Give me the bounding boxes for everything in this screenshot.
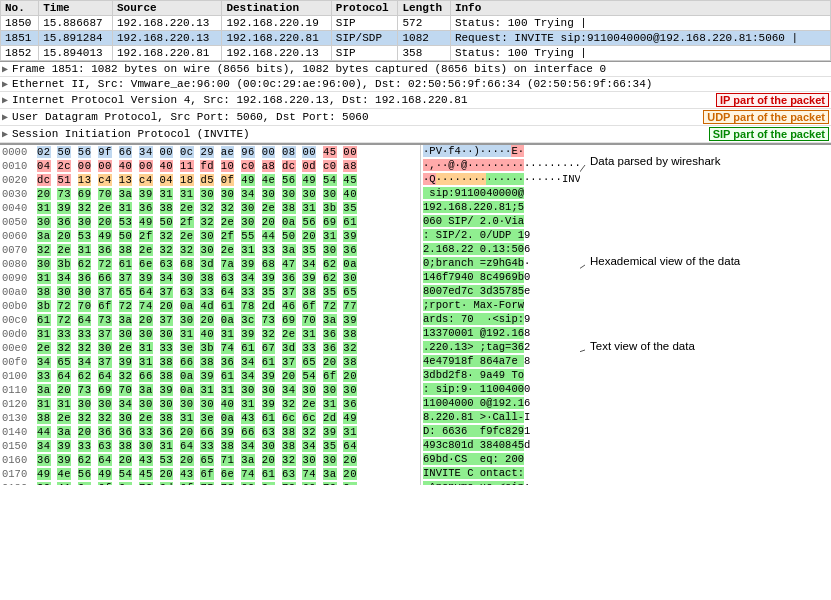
- hex-byte[interactable]: 40: [119, 160, 133, 172]
- hex-byte[interactable]: 37: [160, 286, 174, 298]
- hex-byte[interactable]: 64: [343, 440, 357, 452]
- hex-byte[interactable]: 71: [221, 454, 235, 466]
- hex-row[interactable]: 003020 73 69 70 3a 39 31 31 30 30 34 30 …: [0, 187, 420, 201]
- hex-byte[interactable]: 0a: [221, 314, 235, 326]
- hex-byte[interactable]: 08: [282, 146, 296, 158]
- hex-byte[interactable]: 30: [241, 202, 255, 214]
- hex-byte[interactable]: 69: [323, 216, 337, 228]
- hex-byte[interactable]: 34: [241, 272, 255, 284]
- hex-byte[interactable]: 2e: [221, 244, 235, 256]
- hex-byte[interactable]: a8: [343, 160, 357, 172]
- hex-byte[interactable]: 72: [57, 314, 71, 326]
- hex-byte[interactable]: 39: [200, 370, 214, 382]
- hex-byte[interactable]: 3a: [282, 244, 296, 256]
- hex-byte[interactable]: 20: [282, 370, 296, 382]
- hex-byte[interactable]: 39: [57, 454, 71, 466]
- hex-byte[interactable]: 30: [57, 286, 71, 298]
- hex-byte[interactable]: 39: [262, 272, 276, 284]
- hex-byte[interactable]: 33: [37, 370, 51, 382]
- hex-byte[interactable]: 63: [282, 468, 296, 480]
- hex-byte[interactable]: 50: [282, 230, 296, 242]
- hex-byte[interactable]: 20: [262, 216, 276, 228]
- hex-byte[interactable]: 53: [78, 230, 92, 242]
- hex-byte[interactable]: 34: [241, 356, 255, 368]
- hex-byte[interactable]: 65: [302, 356, 316, 368]
- hex-byte[interactable]: 33: [139, 426, 153, 438]
- hex-byte[interactable]: 33: [78, 328, 92, 340]
- hex-byte[interactable]: 64: [98, 454, 112, 466]
- hex-byte[interactable]: 36: [323, 342, 337, 354]
- hex-row[interactable]: 018020 41 6e 6f 6e 79 6d 6f 75 73 20 3c …: [0, 481, 420, 485]
- hex-byte[interactable]: 2e: [98, 202, 112, 214]
- hex-byte[interactable]: 2e: [57, 244, 71, 256]
- hex-byte[interactable]: 31: [78, 244, 92, 256]
- hex-byte[interactable]: 20: [37, 482, 51, 485]
- hex-byte[interactable]: 37: [98, 356, 112, 368]
- hex-byte[interactable]: 41: [57, 482, 71, 485]
- hex-byte[interactable]: 3c: [241, 314, 255, 326]
- hex-byte[interactable]: 49: [98, 230, 112, 242]
- hex-byte[interactable]: 30: [139, 328, 153, 340]
- hex-byte[interactable]: 66: [119, 146, 133, 158]
- hex-byte[interactable]: 63: [221, 272, 235, 284]
- hex-byte[interactable]: 70: [119, 384, 133, 396]
- hex-byte[interactable]: 3e: [200, 412, 214, 424]
- hex-byte[interactable]: 31: [323, 398, 337, 410]
- hex-byte[interactable]: 18: [180, 174, 194, 186]
- hex-byte[interactable]: 43: [139, 454, 153, 466]
- hex-byte[interactable]: 39: [57, 440, 71, 452]
- hex-byte[interactable]: 31: [302, 202, 316, 214]
- hex-byte[interactable]: 00: [160, 146, 174, 158]
- hex-byte[interactable]: 30: [98, 342, 112, 354]
- hex-byte[interactable]: 3e: [180, 342, 194, 354]
- hex-byte[interactable]: 0f: [221, 174, 235, 186]
- hex-byte[interactable]: c0: [241, 160, 255, 172]
- hex-byte[interactable]: 6f: [323, 370, 337, 382]
- hex-byte[interactable]: 38: [119, 440, 133, 452]
- hex-byte[interactable]: 66: [200, 426, 214, 438]
- hex-byte[interactable]: 6f: [98, 482, 112, 485]
- hex-byte[interactable]: 36: [98, 244, 112, 256]
- hex-byte[interactable]: 38: [160, 370, 174, 382]
- hex-byte[interactable]: 31: [180, 412, 194, 424]
- hex-byte[interactable]: 61: [241, 342, 255, 354]
- hex-byte[interactable]: 72: [119, 300, 133, 312]
- hex-byte[interactable]: 69: [98, 384, 112, 396]
- hex-byte[interactable]: 73: [57, 188, 71, 200]
- hex-byte[interactable]: 33: [57, 328, 71, 340]
- hex-byte[interactable]: 37: [282, 356, 296, 368]
- hex-byte[interactable]: 3a: [37, 384, 51, 396]
- hex-byte[interactable]: 51: [57, 174, 71, 186]
- hex-byte[interactable]: 43: [241, 412, 255, 424]
- hex-byte[interactable]: 74: [221, 342, 235, 354]
- hex-byte[interactable]: 32: [37, 244, 51, 256]
- hex-byte[interactable]: 68: [262, 258, 276, 270]
- hex-byte[interactable]: 30: [78, 286, 92, 298]
- hex-byte[interactable]: 49: [241, 174, 255, 186]
- hex-byte[interactable]: 30: [323, 188, 337, 200]
- hex-row[interactable]: 007032 2e 31 36 38 2e 32 32 30 2e 31 33 …: [0, 243, 420, 257]
- hex-byte[interactable]: 13: [119, 174, 133, 186]
- hex-byte[interactable]: 61: [221, 300, 235, 312]
- hex-row[interactable]: 00c061 72 64 73 3a 20 37 30 20 0a 3c 73 …: [0, 313, 420, 327]
- hex-byte[interactable]: 36: [119, 426, 133, 438]
- hex-row[interactable]: 009031 34 36 66 37 39 34 30 38 63 34 39 …: [0, 271, 420, 285]
- hex-byte[interactable]: 04: [37, 160, 51, 172]
- hex-byte[interactable]: 31: [119, 202, 133, 214]
- hex-byte[interactable]: 30: [262, 188, 276, 200]
- proto-row-udp[interactable]: ▶User Datagram Protocol, Src Port: 5060,…: [0, 109, 831, 126]
- hex-byte[interactable]: 30: [302, 188, 316, 200]
- hex-byte[interactable]: 32: [57, 342, 71, 354]
- hex-byte[interactable]: 68: [180, 258, 194, 270]
- hex-byte[interactable]: 2e: [119, 342, 133, 354]
- hex-byte[interactable]: 63: [180, 286, 194, 298]
- hex-byte[interactable]: 31: [37, 398, 51, 410]
- hex-byte[interactable]: 67: [262, 342, 276, 354]
- hex-byte[interactable]: 39: [262, 398, 276, 410]
- hex-byte[interactable]: 31: [160, 440, 174, 452]
- hex-byte[interactable]: 54: [302, 370, 316, 382]
- hex-byte[interactable]: 39: [139, 272, 153, 284]
- hex-byte[interactable]: 33: [160, 342, 174, 354]
- packet-row[interactable]: 185215.894013192.168.220.81192.168.220.1…: [1, 46, 831, 61]
- hex-byte[interactable]: 45: [323, 146, 337, 158]
